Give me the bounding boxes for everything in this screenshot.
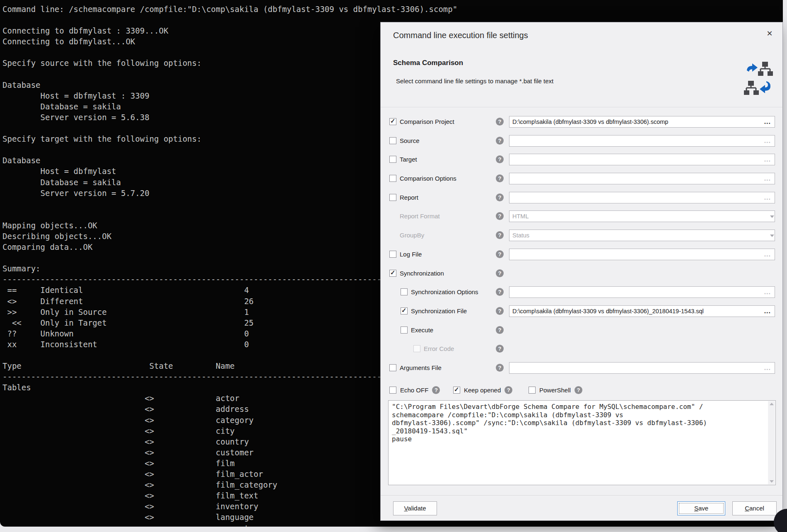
help-icon[interactable]: ? (496, 212, 504, 220)
validate-button[interactable]: Validate (393, 501, 437, 515)
synchronization-file-field[interactable]: D:\comp\sakila (dbfmylast-3309 vs dbfmyl… (509, 305, 775, 317)
browse-button: ... (764, 193, 771, 203)
source-field[interactable] (509, 135, 775, 147)
log-file-label: Log File (400, 251, 422, 258)
row-comparison-options: Comparison Options ? ... (381, 169, 782, 188)
synchronization-options-field[interactable] (509, 286, 775, 298)
browse-button: ... (764, 249, 771, 259)
row-report: Report ? ... (381, 188, 782, 207)
echo-off-label: Echo OFF (400, 387, 428, 394)
help-icon[interactable]: ? (496, 231, 504, 239)
row-error-code: Error Code ? (381, 339, 782, 358)
row-source: Source ? ... (381, 131, 782, 150)
schema-compare-icon (743, 61, 773, 96)
comparison-options-checkbox[interactable] (389, 175, 396, 182)
settings-rows: Comparison Project ? D:\comp\sakila (dbf… (381, 112, 782, 377)
groupby-select: Status (509, 230, 775, 241)
arguments-file-checkbox[interactable] (389, 364, 396, 371)
execute-label: Execute (411, 326, 433, 334)
source-checkbox[interactable] (389, 137, 396, 144)
arguments-file-field[interactable] (509, 362, 775, 374)
error-code-checkbox (413, 345, 420, 352)
comparison-project-checkbox[interactable] (389, 118, 396, 125)
row-groupby: GroupBy ? Status (381, 226, 782, 245)
browse-button: ... (764, 287, 771, 297)
section-title: Schema Comparison (393, 59, 463, 67)
synchronization-file-checkbox[interactable] (401, 307, 408, 314)
row-execute: Execute ? (381, 321, 782, 340)
dropdown-arrow-icon (770, 215, 774, 218)
help-icon[interactable]: ? (496, 155, 504, 163)
powershell-checkbox[interactable] (529, 387, 536, 394)
help-icon[interactable]: ? (496, 250, 504, 258)
scroll-up-icon[interactable] (770, 403, 774, 405)
error-code-label: Error Code (424, 345, 454, 352)
log-file-field[interactable] (509, 249, 775, 260)
target-label: Target (400, 156, 417, 163)
flag-powershell: PowerShell ? (529, 386, 582, 394)
dialog-footer: Validate Save Cancel (381, 495, 782, 520)
help-icon[interactable]: ? (496, 307, 504, 315)
help-icon[interactable]: ? (496, 288, 504, 296)
powershell-label: PowerShell (539, 387, 571, 394)
comparison-options-field[interactable] (509, 173, 775, 184)
row-synchronization-options: Synchronization Options ? ... (381, 283, 782, 302)
source-label: Source (400, 137, 420, 144)
bat-file-text[interactable]: "C:\Program Files\Devart\dbForge Schema … (389, 401, 775, 443)
target-checkbox[interactable] (389, 156, 396, 163)
groupby-label: GroupBy (400, 232, 424, 239)
section-subtitle: Select command line file settings to man… (396, 77, 553, 85)
header-divider (381, 107, 782, 107)
help-icon[interactable]: ? (432, 386, 440, 394)
help-icon[interactable]: ? (496, 174, 504, 182)
browse-button[interactable]: ... (764, 117, 771, 127)
execute-checkbox[interactable] (401, 326, 408, 334)
row-target: Target ? ... (381, 150, 782, 169)
browse-button: ... (764, 363, 771, 373)
help-icon[interactable]: ? (496, 193, 504, 201)
help-icon[interactable]: ? (496, 137, 504, 145)
command-line-settings-dialog: Command line execution file settings ✕ S… (380, 22, 783, 521)
save-button[interactable]: Save (677, 501, 725, 515)
synchronization-label: Synchronization (400, 270, 444, 277)
scrollbar[interactable] (768, 401, 775, 484)
scroll-down-icon[interactable] (770, 480, 774, 483)
row-comparison-project: Comparison Project ? D:\comp\sakila (dbf… (381, 112, 782, 131)
help-icon[interactable]: ? (496, 269, 504, 277)
bat-file-text-area[interactable]: "C:\Program Files\Devart\dbForge Schema … (388, 400, 776, 485)
help-icon[interactable]: ? (496, 345, 504, 353)
dropdown-arrow-icon (770, 235, 774, 237)
flags-row: Echo OFF ? Keep opened ? PowerShell ? (381, 386, 782, 400)
report-format-select: HTML (509, 210, 775, 222)
help-icon[interactable]: ? (496, 118, 504, 126)
browse-button: ... (764, 155, 771, 164)
row-report-format: Report Format ? HTML (381, 207, 782, 226)
close-icon[interactable]: ✕ (764, 28, 775, 39)
help-icon[interactable]: ? (496, 364, 504, 372)
browse-button: ... (764, 174, 771, 184)
target-field[interactable] (509, 154, 775, 165)
synchronization-options-checkbox[interactable] (401, 288, 408, 295)
report-checkbox[interactable] (389, 194, 396, 201)
row-synchronization: Synchronization ? (381, 264, 782, 283)
browse-button[interactable]: ... (764, 306, 771, 316)
dialog-title: Command line execution file settings (393, 31, 528, 40)
report-format-label: Report Format (400, 213, 440, 220)
cancel-button[interactable]: Cancel (732, 501, 777, 515)
help-icon[interactable]: ? (575, 386, 582, 394)
row-arguments-file: Arguments File ? ... (381, 358, 782, 377)
synchronization-checkbox[interactable] (389, 270, 396, 277)
help-icon[interactable]: ? (496, 326, 504, 334)
keep-opened-label: Keep opened (464, 387, 501, 394)
echo-off-checkbox[interactable] (389, 387, 396, 394)
browse-button: ... (764, 136, 771, 146)
log-file-checkbox[interactable] (389, 251, 396, 258)
synchronization-file-label: Synchronization File (411, 307, 467, 314)
flag-echo-off: Echo OFF ? (389, 386, 440, 394)
report-label: Report (400, 194, 418, 201)
arguments-file-label: Arguments File (400, 364, 442, 371)
help-icon[interactable]: ? (505, 386, 512, 394)
comparison-project-field[interactable]: D:\comp\sakila (dbfmylast-3309 vs dbfmyl… (509, 116, 775, 128)
report-field[interactable] (509, 192, 775, 203)
keep-opened-checkbox[interactable] (453, 387, 460, 394)
